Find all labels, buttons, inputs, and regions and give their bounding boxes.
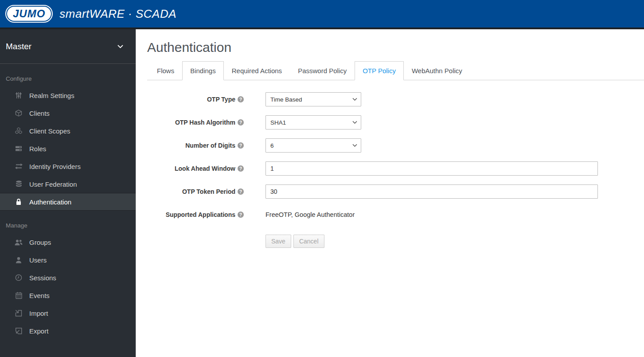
jumo-logo: JUMO: [5, 5, 53, 23]
otp-type-label: OTP Type: [207, 96, 235, 103]
number-of-digits-label: Number of Digits: [185, 142, 235, 149]
cancel-button[interactable]: Cancel: [293, 235, 324, 248]
top-navbar: JUMO smartWARE · SCADA: [0, 0, 644, 29]
sidebar-item-realm-settings[interactable]: Realm Settings: [0, 86, 136, 104]
look-ahead-window-input[interactable]: [265, 161, 598, 176]
look-ahead-window-label: Look Ahead Window: [175, 165, 235, 172]
sidebar: Master Configure Realm Settings Clients: [0, 29, 136, 357]
sidebar-item-label: Clients: [29, 110, 50, 117]
sidebar-item-label: Export: [29, 327, 48, 335]
main-content: Authentication Flows Bindings Required A…: [136, 29, 644, 357]
tab-webauthn-policy[interactable]: WebAuthn Policy: [404, 61, 470, 80]
sidebar-item-label: Users: [29, 256, 47, 264]
number-of-digits-select[interactable]: 6: [265, 138, 361, 153]
sidebar-item-label: Client Scopes: [29, 127, 70, 135]
sidebar-item-sessions[interactable]: Sessions: [0, 269, 136, 286]
sidebar-item-groups[interactable]: Groups: [0, 233, 136, 251]
sidebar-item-export[interactable]: Export: [0, 322, 136, 340]
sidebar-item-events[interactable]: Events: [0, 286, 136, 304]
sidebar-item-label: Roles: [29, 145, 46, 153]
sidebar-item-label: Import: [29, 310, 48, 317]
sidebar-item-clients[interactable]: Clients: [0, 104, 136, 122]
form-row-look-ahead-window: Look Ahead Window ?: [147, 161, 644, 176]
realm-name: Master: [6, 42, 31, 51]
sidebar-section-configure: Configure: [0, 64, 136, 86]
sidebar-section-manage: Manage: [0, 211, 136, 233]
jumo-logo-text: JUMO: [7, 7, 51, 21]
sidebar-item-label: Authentication: [29, 198, 71, 206]
page-title: Authentication: [147, 40, 644, 55]
cubes-icon: [15, 127, 23, 134]
help-icon[interactable]: ?: [238, 119, 244, 126]
user-icon: [15, 257, 23, 263]
sidebar-item-client-scopes[interactable]: Client Scopes: [0, 122, 136, 140]
form-row-supported-applications: Supported Applications ? FreeOTP, Google…: [147, 208, 644, 222]
tasks-icon: [15, 145, 23, 152]
sidebar-item-users[interactable]: Users: [0, 251, 136, 269]
product-name: smartWARE · SCADA: [59, 7, 176, 21]
sidebar-item-roles[interactable]: Roles: [0, 140, 136, 157]
lock-icon: [15, 198, 23, 205]
save-button[interactable]: Save: [265, 235, 291, 248]
supported-applications-value: FreeOTP, Google Authenticator: [265, 211, 355, 218]
cube-icon: [15, 110, 23, 117]
app-window: JUMO smartWARE · SCADA Master Configure …: [0, 0, 644, 357]
form-row-number-of-digits: Number of Digits ? 6: [147, 138, 644, 153]
otp-token-period-input[interactable]: [265, 184, 598, 199]
tab-otp-policy[interactable]: OTP Policy: [355, 61, 404, 80]
form-actions: Save Cancel: [147, 234, 644, 248]
help-icon[interactable]: ?: [238, 96, 244, 102]
import-icon: [15, 310, 23, 317]
sidebar-item-label: Events: [29, 292, 50, 299]
chevron-down-icon: [117, 45, 123, 48]
sidebar-item-label: Sessions: [29, 274, 56, 282]
form-row-otp-type: OTP Type ? Time Based: [147, 92, 644, 106]
tab-bar: Flows Bindings Required Actions Password…: [147, 61, 644, 80]
help-icon[interactable]: ?: [238, 188, 244, 195]
realm-selector[interactable]: Master: [0, 29, 136, 64]
help-icon[interactable]: ?: [238, 212, 244, 218]
otp-token-period-label: OTP Token Period: [182, 188, 235, 195]
supported-applications-label: Supported Applications: [166, 211, 235, 218]
sidebar-item-label: Realm Settings: [29, 92, 74, 99]
tab-password-policy[interactable]: Password Policy: [290, 61, 355, 80]
sidebar-item-label: User Federation: [29, 180, 77, 188]
sidebar-item-authentication[interactable]: Authentication: [0, 193, 136, 211]
sidebar-item-identity-providers[interactable]: Identity Providers: [0, 157, 136, 175]
tab-required-actions[interactable]: Required Actions: [224, 61, 290, 80]
sidebar-item-label: Groups: [29, 239, 51, 246]
database-icon: [15, 180, 23, 188]
form-row-otp-hash-algorithm: OTP Hash Algorithm ? SHA1: [147, 115, 644, 129]
otp-hash-algorithm-label: OTP Hash Algorithm: [175, 119, 235, 126]
clock-icon: [15, 274, 23, 281]
sidebar-item-user-federation[interactable]: User Federation: [0, 175, 136, 193]
tab-bindings[interactable]: Bindings: [182, 61, 224, 80]
tab-flows[interactable]: Flows: [149, 61, 182, 80]
sliders-icon: [15, 92, 23, 99]
users-icon: [15, 239, 23, 246]
otp-policy-form: OTP Type ? Time Based OTP: [147, 92, 644, 248]
calendar-icon: [15, 292, 23, 299]
otp-type-select[interactable]: Time Based: [265, 92, 361, 106]
export-icon: [15, 327, 23, 334]
form-row-otp-token-period: OTP Token Period ?: [147, 184, 644, 199]
sidebar-item-import[interactable]: Import: [0, 304, 136, 322]
exchange-icon: [15, 163, 23, 169]
sidebar-item-label: Identity Providers: [29, 163, 81, 170]
help-icon[interactable]: ?: [238, 165, 244, 172]
otp-hash-algorithm-select[interactable]: SHA1: [265, 115, 361, 129]
help-icon[interactable]: ?: [238, 142, 244, 149]
